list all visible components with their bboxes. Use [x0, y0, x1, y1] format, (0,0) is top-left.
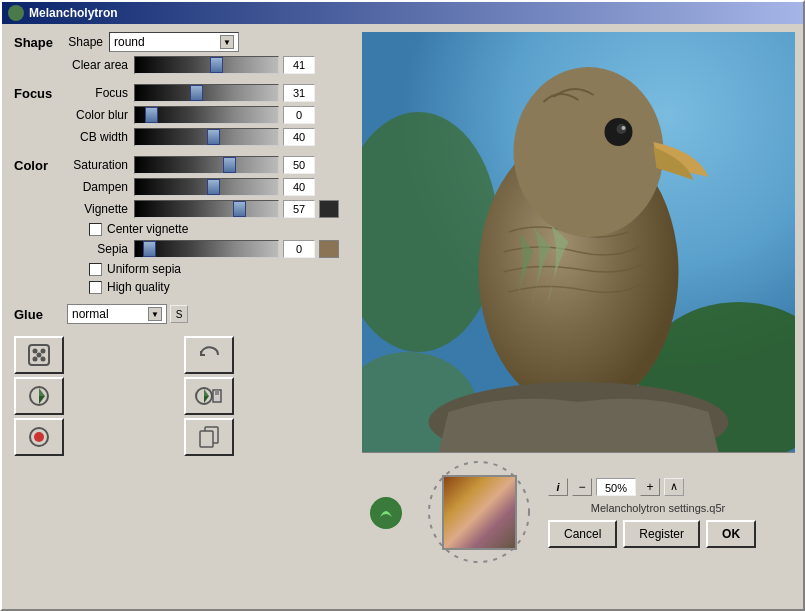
sepia-color-swatch[interactable]: [319, 240, 339, 258]
svg-point-27: [622, 126, 626, 130]
info-button[interactable]: i: [548, 478, 568, 496]
shape-value: round: [114, 35, 145, 49]
glue-reset-button[interactable]: S: [170, 305, 188, 323]
app-icon: [8, 5, 24, 21]
glue-dropdown[interactable]: normal ▼: [67, 304, 167, 324]
svg-rect-18: [200, 431, 213, 447]
bottom-toolbar: i − 50% + ∧ Melancholytron settings.q5r …: [362, 452, 795, 572]
saturation-label: Saturation: [59, 158, 134, 172]
titlebar: Melancholytron: [2, 2, 803, 24]
expand-button[interactable]: ∧: [664, 478, 684, 496]
app-logo: [370, 497, 402, 529]
filename-label: Melancholytron settings.q5r: [548, 502, 768, 514]
vignette-label: Vignette: [59, 202, 134, 216]
color-blur-slider[interactable]: [134, 106, 279, 124]
svg-point-1: [34, 350, 37, 353]
focus-row: Focus Focus: [14, 84, 350, 102]
vignette-value[interactable]: [283, 200, 315, 218]
color-section: Color Saturation Dampen: [14, 156, 350, 294]
clear-area-slider[interactable]: [134, 56, 279, 74]
dialog-buttons: Cancel Register OK: [548, 520, 768, 548]
shape-dropdown[interactable]: round ▼: [109, 32, 239, 52]
dampen-handle: [207, 179, 220, 195]
color-section-label: Color: [14, 158, 59, 173]
zoom-controls: i − 50% + ∧: [548, 478, 768, 496]
zoom-out-button[interactable]: −: [572, 478, 592, 496]
dampen-row: Dampen: [14, 178, 350, 196]
shape-section: Shape Shape round ▼ Clear area: [14, 32, 350, 74]
high-quality-checkbox[interactable]: [89, 281, 102, 294]
randomize-button[interactable]: [14, 336, 64, 374]
focus-value[interactable]: [283, 84, 315, 102]
saturation-value[interactable]: [283, 156, 315, 174]
clear-area-label: Clear area: [59, 58, 134, 72]
undo-button[interactable]: [184, 336, 234, 374]
center-vignette-checkbox[interactable]: [89, 223, 102, 236]
cb-width-row: CB width: [14, 128, 350, 146]
record-button[interactable]: [14, 418, 64, 456]
glue-dropdown-arrow: ▼: [148, 307, 162, 321]
main-window: Melancholytron Shape Shape round ▼ Clear…: [0, 0, 805, 611]
uniform-sepia-row: Uniform sepia: [89, 262, 350, 276]
color-blur-label: Color blur: [59, 108, 134, 122]
cb-width-slider[interactable]: [134, 128, 279, 146]
glue-section-label: Glue: [14, 307, 59, 322]
vignette-color-swatch[interactable]: [319, 200, 339, 218]
cb-width-handle: [207, 129, 220, 145]
shape-label: Shape: [59, 35, 109, 49]
bottom-right-controls: i − 50% + ∧ Melancholytron settings.q5r …: [548, 478, 768, 548]
image-preview: [362, 32, 795, 452]
glue-row: Glue normal ▼ S: [14, 304, 350, 324]
uniform-sepia-label: Uniform sepia: [107, 262, 181, 276]
cb-width-label: CB width: [59, 130, 134, 144]
vignette-slider[interactable]: [134, 200, 279, 218]
focus-handle: [190, 85, 203, 101]
clear-area-row: Clear area: [14, 56, 350, 74]
sepia-label: Sepia: [59, 242, 134, 256]
zoom-in-button[interactable]: +: [640, 478, 660, 496]
clear-area-handle: [210, 57, 223, 73]
preview-area: [414, 455, 544, 570]
sepia-handle: [143, 241, 156, 257]
dampen-value[interactable]: [283, 178, 315, 196]
high-quality-row: High quality: [89, 280, 350, 294]
dampen-label: Dampen: [59, 180, 134, 194]
shape-row: Shape Shape round ▼: [14, 32, 350, 52]
vignette-handle: [233, 201, 246, 217]
sepia-row: Sepia: [14, 240, 350, 258]
svg-rect-13: [215, 390, 219, 395]
svg-rect-14: [214, 397, 220, 401]
color-blur-value[interactable]: [283, 106, 315, 124]
svg-point-5: [38, 354, 41, 357]
shape-section-label: Shape: [14, 35, 59, 50]
focus-slider[interactable]: [134, 84, 279, 102]
copy-button[interactable]: [184, 418, 234, 456]
ok-button[interactable]: OK: [706, 520, 756, 548]
zoom-value: 50%: [596, 478, 636, 496]
uniform-sepia-checkbox[interactable]: [89, 263, 102, 276]
color-blur-handle: [145, 107, 158, 123]
vignette-row: Vignette: [14, 200, 350, 218]
high-quality-label: High quality: [107, 280, 170, 294]
saturation-slider[interactable]: [134, 156, 279, 174]
color-blur-row: Color blur: [14, 106, 350, 124]
svg-point-16: [34, 432, 44, 442]
register-button[interactable]: Register: [623, 520, 700, 548]
action-buttons-area: [14, 336, 350, 456]
sepia-slider[interactable]: [134, 240, 279, 258]
cb-width-value[interactable]: [283, 128, 315, 146]
sepia-value[interactable]: [283, 240, 315, 258]
shape-dropdown-arrow: ▼: [220, 35, 234, 49]
clear-area-value[interactable]: [283, 56, 315, 74]
saturation-row: Color Saturation: [14, 156, 350, 174]
apply-button[interactable]: [14, 377, 64, 415]
right-panel: i − 50% + ∧ Melancholytron settings.q5r …: [362, 24, 803, 609]
action-buttons-grid: [14, 336, 350, 456]
apply-save-button[interactable]: [184, 377, 234, 415]
cancel-button[interactable]: Cancel: [548, 520, 617, 548]
saturation-handle: [223, 157, 236, 173]
focus-section: Focus Focus Color blur: [14, 84, 350, 146]
center-vignette-label: Center vignette: [107, 222, 188, 236]
preview-thumbnail[interactable]: [442, 475, 517, 550]
dampen-slider[interactable]: [134, 178, 279, 196]
